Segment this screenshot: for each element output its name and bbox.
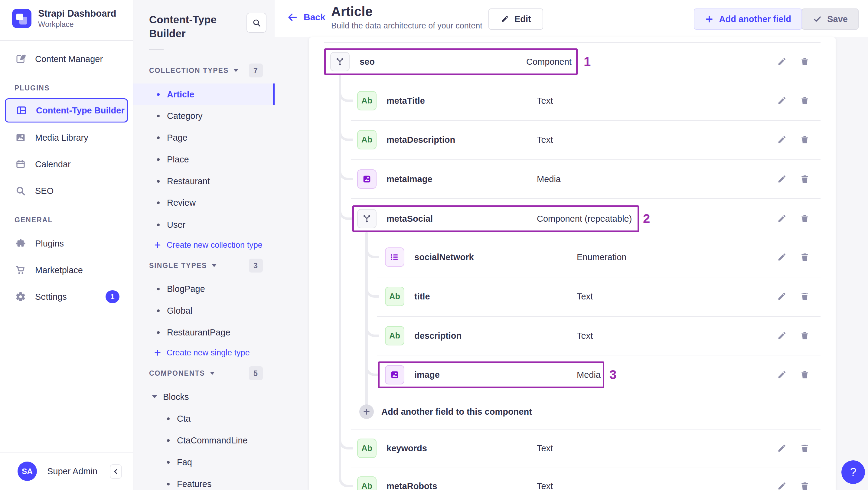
sidebar-item-review[interactable]: Review: [133, 192, 275, 214]
field-row-metarobots[interactable]: Ab metaRobots Text: [309, 471, 836, 490]
sidebar-item-plugins[interactable]: Plugins: [0, 233, 133, 254]
item-label: Cta: [177, 414, 190, 424]
edit-field-button[interactable]: [775, 329, 788, 342]
edit-label: Edit: [515, 14, 531, 24]
field-name: metaSocial: [386, 214, 433, 224]
sidebar-item-restaurantpage[interactable]: RestaurantPage: [133, 321, 275, 343]
field-row-metasocial[interactable]: metaSocial Component (repeatable): [309, 204, 836, 233]
sidebar-item-calendar[interactable]: Calendar: [0, 153, 133, 175]
edit-field-button[interactable]: [775, 133, 788, 146]
back-link[interactable]: Back: [287, 11, 326, 23]
sidebar-item-media-library[interactable]: Media Library: [0, 127, 133, 149]
field-name: title: [414, 292, 430, 302]
workspace-brand[interactable]: Strapi Dashboard Workplace: [12, 8, 116, 29]
trash-icon: [800, 135, 810, 145]
edit-field-button[interactable]: [775, 480, 788, 490]
field-row-metaimage[interactable]: metaImage Media: [309, 164, 836, 193]
sidebar-item-marketplace[interactable]: Marketplace: [0, 259, 133, 281]
create-collection-type-link[interactable]: Create new collection type: [133, 234, 275, 256]
delete-field-button[interactable]: [798, 329, 811, 342]
section-collection-types[interactable]: COLLECTION TYPES 7: [133, 60, 275, 81]
sidebar-section-plugins: PLUGINS: [14, 77, 50, 99]
sidebar-item-page[interactable]: Page: [133, 127, 275, 149]
add-field-to-component-button[interactable]: Add another field to this component: [309, 397, 836, 426]
sidebar-item-content-manager[interactable]: Content Manager: [0, 48, 133, 70]
section-single-types[interactable]: SINGLE TYPES 3: [133, 255, 275, 276]
section-components[interactable]: COMPONENTS 5: [133, 362, 275, 384]
bullet-icon: [157, 331, 160, 334]
delete-field-button[interactable]: [798, 55, 811, 68]
sidebar-item-restaurant[interactable]: Restaurant: [133, 170, 275, 192]
sidebar-item-content-type-builder[interactable]: Content-Type Builder: [5, 98, 128, 123]
content-type-builder-icon: [16, 105, 27, 116]
sidebar-item-seo[interactable]: SEO: [0, 180, 133, 202]
item-label: User: [167, 220, 185, 230]
save-button[interactable]: Save: [802, 8, 859, 30]
delete-field-button[interactable]: [798, 290, 811, 303]
delete-field-button[interactable]: [798, 94, 811, 108]
field-row-keywords[interactable]: Ab keywords Text: [309, 434, 836, 463]
edit-field-button[interactable]: [775, 441, 788, 455]
pencil-icon: [500, 15, 509, 23]
delete-field-button[interactable]: [798, 173, 811, 186]
field-row-socialnetwork[interactable]: socialNetwork Enumeration: [309, 243, 836, 272]
sidebar-item-global[interactable]: Global: [133, 300, 275, 321]
edit-field-button[interactable]: [775, 94, 788, 108]
chevron-left-icon: [112, 468, 120, 476]
sidebar-item-label: Calendar: [35, 159, 71, 170]
sidebar-item-blogpage[interactable]: BlogPage: [133, 278, 275, 300]
delete-field-button[interactable]: [798, 133, 811, 146]
sidebar-item-place[interactable]: Place: [133, 149, 275, 170]
delete-field-button[interactable]: [798, 368, 811, 381]
edit-field-button[interactable]: [775, 55, 788, 68]
field-row-image[interactable]: image Media: [309, 360, 836, 389]
sidebar-item-features[interactable]: Features: [133, 473, 275, 490]
calendar-icon: [15, 159, 26, 170]
sidebar-item-label: Content-Type Builder: [36, 105, 125, 116]
edit-field-button[interactable]: [775, 212, 788, 225]
sidebar-item-label: Media Library: [35, 133, 88, 143]
add-field-label: Add another field: [719, 14, 791, 24]
sidebar-item-faq[interactable]: Faq: [133, 451, 275, 473]
field-row-title[interactable]: Ab title Text: [309, 282, 836, 311]
sidebar-item-settings[interactable]: Settings 1: [0, 286, 133, 308]
field-row-seo[interactable]: seo Component: [309, 47, 836, 76]
search-button[interactable]: [247, 13, 267, 33]
field-row-metadescription[interactable]: Ab metaDescription Text: [309, 125, 836, 154]
sidebar-item-article[interactable]: Article: [133, 84, 275, 105]
field-row-metatitle[interactable]: Ab metaTitle Text: [309, 86, 836, 115]
edit-button[interactable]: Edit: [489, 8, 543, 30]
sidebar-item-ctacommandline[interactable]: CtaCommandLine: [133, 429, 275, 451]
sidebar-item-label: Content Manager: [35, 54, 103, 64]
chevron-down-icon: [210, 372, 215, 375]
workspace-title: Strapi Dashboard: [38, 8, 116, 19]
item-label: Global: [167, 306, 192, 316]
add-another-field-button[interactable]: Add another field: [694, 8, 802, 30]
pencil-icon: [777, 370, 787, 379]
row-actions: [775, 441, 811, 455]
bullet-icon: [167, 483, 170, 486]
text-field-icon: Ab: [385, 326, 404, 345]
edit-field-button[interactable]: [775, 368, 788, 381]
link-label: Create new collection type: [167, 241, 262, 250]
sidebar-item-cta[interactable]: Cta: [133, 408, 275, 429]
create-single-type-link[interactable]: Create new single type: [133, 342, 275, 364]
field-name: description: [414, 331, 462, 341]
edit-field-button[interactable]: [775, 250, 788, 264]
delete-field-button[interactable]: [798, 250, 811, 264]
component-group-blocks[interactable]: Blocks: [133, 386, 275, 408]
sidebar-item-category[interactable]: Category: [133, 105, 275, 127]
delete-field-button[interactable]: [798, 441, 811, 455]
collapse-sidebar-button[interactable]: [110, 464, 122, 479]
edit-field-button[interactable]: [775, 290, 788, 303]
help-button[interactable]: ?: [841, 460, 865, 484]
sidebar-item-user[interactable]: User: [133, 214, 275, 236]
edit-field-button[interactable]: [775, 173, 788, 186]
delete-field-button[interactable]: [798, 480, 811, 490]
field-row-description[interactable]: Ab description Text: [309, 321, 836, 350]
strapi-logo-icon: [12, 9, 31, 28]
delete-field-button[interactable]: [798, 212, 811, 225]
row-actions: [775, 173, 811, 186]
field-type: Text: [537, 481, 553, 490]
user-avatar[interactable]: SA: [18, 462, 37, 481]
